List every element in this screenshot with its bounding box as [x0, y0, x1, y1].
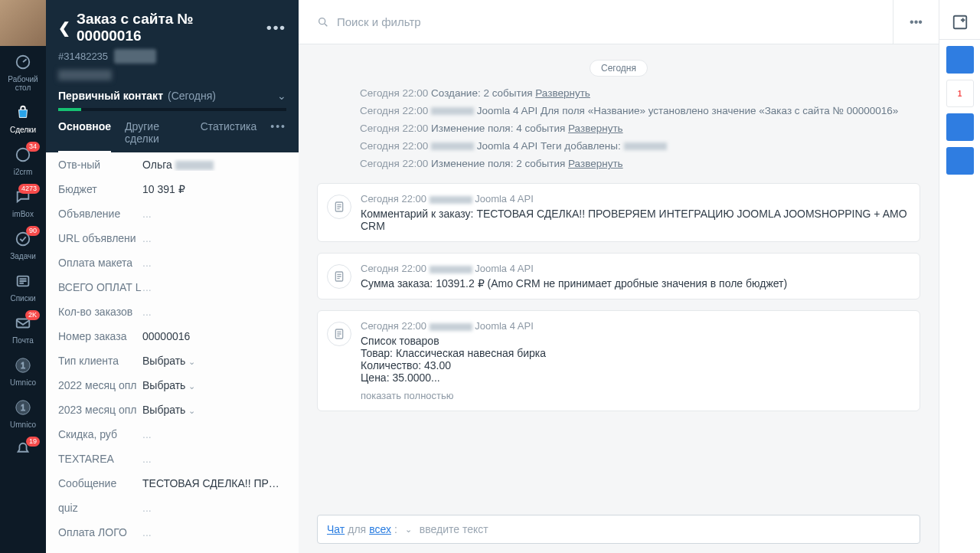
log-line: Сегодня 22:00 Joomla 4 API Для поля «Наз… [317, 102, 920, 119]
more-button[interactable]: ••• [893, 0, 939, 44]
field-value[interactable]: ... [142, 453, 286, 465]
badge: 34 [26, 142, 40, 152]
field-value[interactable]: Выбрать⌄ [142, 404, 286, 416]
field-value[interactable]: Выбрать⌄ [142, 355, 286, 367]
rail-item-label: Umnico [10, 420, 36, 429]
composer-mode-chat[interactable]: Чат [327, 523, 345, 535]
rail-item-imbox[interactable]: 4273 imBox [0, 181, 46, 223]
field-row[interactable]: ВСЕГО ОПЛАТ L... [46, 275, 299, 299]
rail-item-label: Рабочий стол [8, 75, 38, 92]
note-icon [327, 322, 351, 346]
field-value[interactable]: ... [142, 306, 286, 318]
rail-item-mail[interactable]: 2K Почта [0, 307, 46, 349]
rail-item-umnico-2[interactable]: 1 Umnico [0, 391, 46, 434]
field-value[interactable]: ... [142, 208, 286, 220]
field-value[interactable]: ... [142, 257, 286, 269]
expand-link[interactable]: Развернуть [535, 87, 590, 99]
field-row[interactable]: Оплата макета... [46, 250, 299, 275]
field-label: TEXTAREA [58, 453, 142, 465]
field-row[interactable]: URL объявлени... [46, 226, 299, 250]
svg-rect-13 [953, 15, 966, 28]
field-label: 2022 месяц опл [58, 379, 142, 391]
rail-item-notifications[interactable]: 19 [0, 434, 46, 464]
detail-fields: Отв-ныйОльгаБюджет10 391 ₽Объявление...U… [46, 152, 299, 553]
field-row[interactable]: СообщениеТЕСТОВАЯ СДЕЛКА!! ПРОВЕ [46, 471, 299, 496]
field-value[interactable]: 00000016 [142, 330, 286, 342]
field-row[interactable]: Номер заказа00000016 [46, 324, 299, 348]
field-row[interactable]: Скидка, руб... [46, 422, 299, 447]
deal-title[interactable]: Заказ с сайта № 00000016 [77, 11, 260, 44]
rail-item-label: i2crm [14, 168, 32, 176]
show-more-link[interactable]: показать полностью [361, 390, 909, 401]
rail-item-label: Задачи [10, 252, 36, 260]
field-label: Отв-ный [58, 159, 142, 171]
rail-item-lists[interactable]: Списки [0, 265, 46, 307]
log-list: Сегодня 22:00 Создание: 2 события Развер… [317, 84, 920, 172]
tab-other-deals[interactable]: Другие сделки [125, 120, 187, 152]
search-placeholder: Поиск и фильтр [337, 15, 421, 28]
stage-selector[interactable]: Первичный контакт (Сегодня) ⌄ [58, 90, 286, 102]
note-meta: Сегодня 22:00 Joomla 4 API [361, 263, 909, 274]
chat-composer[interactable]: Чат для всех : ⌄ введите текст [317, 515, 920, 544]
field-row[interactable]: Кол-во заказов... [46, 299, 299, 324]
back-icon[interactable]: ❮ [58, 19, 70, 37]
field-row[interactable]: Тип клиентаВыбрать⌄ [46, 348, 299, 373]
stage-progress [58, 108, 286, 111]
field-row[interactable]: 2022 месяц оплВыбрать⌄ [46, 373, 299, 398]
note-card: Сегодня 22:00 Joomla 4 APIСумма заказа: … [317, 253, 920, 299]
tab-main[interactable]: Основное [58, 120, 111, 152]
search-input[interactable]: Поиск и фильтр [299, 15, 893, 28]
right-card[interactable] [946, 46, 974, 74]
chevron-down-icon[interactable]: ⌄ [405, 525, 412, 535]
field-value[interactable]: 10 391 ₽ [142, 183, 286, 195]
note-body: Список товаров Товар: Классическая навес… [361, 335, 909, 384]
right-strip: 1 [939, 0, 980, 553]
field-row[interactable]: TEXTAREA... [46, 447, 299, 471]
field-value[interactable]: Ольга [142, 159, 286, 171]
note-card: Сегодня 22:00 Joomla 4 APIКомментарий к … [317, 183, 920, 242]
field-row[interactable]: Объявление... [46, 201, 299, 226]
field-value[interactable]: ... [142, 232, 286, 244]
field-label: Бюджет [58, 183, 142, 195]
field-value[interactable]: ... [142, 281, 286, 293]
field-row[interactable]: quiz... [46, 496, 299, 520]
expand-link[interactable]: Развернуть [568, 158, 623, 169]
chevron-down-icon: ⌄ [188, 357, 195, 366]
field-label: 2023 месяц опл [58, 404, 142, 416]
gauge-icon [13, 52, 33, 72]
rail-item-tasks[interactable]: 90 Задачи [0, 223, 46, 265]
field-value[interactable]: ... [142, 428, 286, 440]
rail-item-umnico-1[interactable]: 1 Umnico [0, 349, 46, 391]
field-value[interactable]: ТЕСТОВАЯ СДЕЛКА!! ПРОВЕ [142, 477, 286, 489]
right-card[interactable] [946, 113, 974, 141]
field-row[interactable]: Бюджет10 391 ₽ [46, 177, 299, 201]
rail-item-label: Umnico [10, 378, 36, 387]
field-value[interactable]: Выбрать⌄ [142, 379, 286, 391]
rail-item-deals[interactable]: Сделки [0, 97, 46, 139]
rail-item-label: Списки [10, 294, 35, 303]
rail-item-desktop[interactable]: Рабочий стол [0, 46, 46, 97]
tab-statistics[interactable]: Статистика [201, 120, 257, 152]
add-panel-button[interactable] [939, 5, 981, 40]
field-row[interactable]: Отв-ныйОльга [46, 152, 299, 177]
right-card[interactable]: 1 [946, 80, 974, 107]
note-body: Сумма заказа: 10391.2 ₽ (Amo CRM не прин… [361, 277, 909, 290]
svg-point-9 [319, 18, 325, 24]
field-row[interactable]: 2023 месяц оплВыбрать⌄ [46, 398, 299, 422]
log-line: Сегодня 22:00 Joomla 4 API Теги добавлен… [317, 137, 920, 155]
more-icon[interactable]: ••• [266, 19, 286, 36]
composer-audience-all[interactable]: всех [369, 523, 391, 535]
field-value[interactable]: ... [142, 502, 286, 514]
tab-more[interactable]: ••• [270, 120, 286, 152]
field-row[interactable]: ПРОЕКТНАЯ... [46, 545, 299, 553]
field-row[interactable]: Оплата ЛОГО... [46, 520, 299, 545]
note-body: Комментарий к заказу: ТЕСТОВАЯ СДЕЛКА!! … [361, 208, 909, 232]
rail-item-i2crm[interactable]: 34 i2crm [0, 139, 46, 181]
field-value[interactable]: ... [142, 526, 286, 538]
composer-placeholder: введите текст [420, 523, 488, 535]
field-label: Оплата ЛОГО [58, 526, 142, 538]
expand-link[interactable]: Развернуть [568, 123, 623, 134]
avatar[interactable] [0, 0, 46, 46]
right-card[interactable] [946, 147, 974, 175]
note-card: Сегодня 22:00 Joomla 4 APIСписок товаров… [317, 310, 920, 411]
